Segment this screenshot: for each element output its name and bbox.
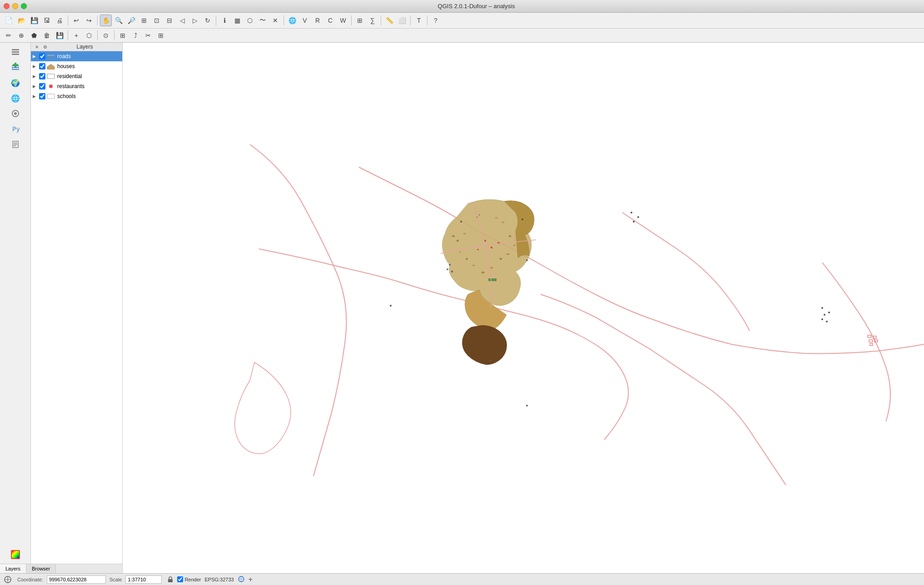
svg-point-62 — [390, 305, 392, 307]
svg-point-18 — [49, 84, 53, 88]
field-calc-button[interactable]: ∑ — [367, 15, 378, 26]
expand-residential[interactable]: ▶ — [33, 74, 39, 79]
layer-name-residential: residential — [57, 73, 82, 79]
svg-rect-19 — [47, 94, 55, 99]
separator-5 — [351, 15, 352, 25]
plugin-icon[interactable] — [7, 106, 24, 121]
select-poly-button[interactable]: ⬡ — [244, 15, 256, 26]
close-button[interactable] — [4, 3, 10, 9]
scale-label: Scale — [109, 577, 122, 582]
window-controls — [4, 3, 27, 9]
expand-roads[interactable]: ▶ — [33, 54, 39, 59]
add-vector-button[interactable]: V — [299, 15, 311, 26]
layer-item-restaurants[interactable]: ▶ restaurants — [31, 81, 122, 91]
svg-rect-67 — [168, 579, 173, 582]
select-rect-button[interactable]: ▦ — [231, 15, 243, 26]
svg-point-52 — [821, 318, 823, 320]
text-annotation-button[interactable]: T — [413, 15, 425, 26]
add-raster-button[interactable]: R — [312, 15, 323, 26]
layer-item-houses[interactable]: ▶ houses — [31, 61, 122, 71]
merge-features-button[interactable]: ⊞ — [155, 30, 167, 41]
minimize-button[interactable] — [12, 3, 18, 9]
globe2-icon[interactable]: 🌐 — [7, 91, 24, 105]
layer-item-residential[interactable]: ▶ residential — [31, 71, 122, 81]
new-project-button[interactable]: 📄 — [3, 15, 15, 26]
delete-selected-button[interactable]: 🗑 — [41, 30, 53, 41]
zoom-selection-button[interactable]: ⊟ — [164, 15, 175, 26]
crs-button[interactable] — [238, 575, 245, 584]
add-wfs-button[interactable]: W — [337, 15, 349, 26]
add-feature-button[interactable]: + — [70, 30, 82, 41]
measure-button[interactable]: 📏 — [383, 15, 395, 26]
tab-browser[interactable]: Browser — [26, 564, 56, 573]
help-button[interactable]: ? — [430, 15, 442, 26]
checkbox-roads[interactable] — [39, 53, 45, 59]
add-wms-button[interactable]: 🌐 — [286, 15, 298, 26]
maximize-button[interactable] — [21, 3, 27, 9]
expand-houses[interactable]: ▶ — [33, 64, 39, 69]
measure-area-button[interactable]: ⬜ — [396, 15, 408, 26]
layer-item-schools[interactable]: ▶ schools — [31, 91, 122, 101]
layers-icon[interactable] — [7, 45, 24, 59]
identify-button[interactable]: ℹ — [219, 15, 230, 26]
separator-e1 — [68, 30, 68, 40]
select-freehand-button[interactable]: 〜 — [257, 15, 268, 26]
add-scale-button[interactable]: + — [248, 575, 253, 584]
toggle-editing-button[interactable]: ✏ — [3, 30, 15, 41]
redo-button[interactable]: ↪ — [83, 15, 95, 26]
checkbox-schools[interactable] — [39, 93, 45, 99]
zoom-next-button[interactable]: ▷ — [189, 15, 201, 26]
checkbox-restaurants[interactable] — [39, 83, 45, 89]
save-as-button[interactable]: 🖫 — [41, 15, 53, 26]
toolbar-area: 📄 📂 💾 🖫 🖨 ↩ ↪ ✋ 🔍 🔎 ⊞ ⊡ ⊟ ◁ ▷ ↻ ℹ ▦ ⬡ 〜 … — [0, 13, 924, 43]
coordinate-input[interactable] — [47, 575, 106, 584]
pan-button[interactable]: ✋ — [100, 15, 112, 26]
print-button[interactable]: 🖨 — [54, 15, 65, 26]
save-layer-edits-button[interactable]: 💾 — [54, 30, 65, 41]
attribute-table-button[interactable]: ⊞ — [354, 15, 366, 26]
checkbox-residential[interactable] — [39, 73, 45, 79]
globe-icon[interactable]: 🌍 — [7, 75, 24, 90]
reshape-features-button[interactable]: ⤴ — [129, 30, 141, 41]
script-icon[interactable] — [7, 137, 24, 152]
checkbox-houses[interactable] — [39, 63, 45, 69]
tab-layers[interactable]: Layers — [0, 564, 26, 573]
snap-button[interactable]: ⊙ — [100, 30, 112, 41]
svg-rect-31 — [482, 272, 484, 273]
separator-7 — [410, 15, 411, 25]
deselect-button[interactable]: ✕ — [269, 15, 281, 26]
zoom-out-button[interactable]: 🔎 — [125, 15, 137, 26]
node-tool-button[interactable]: ⊕ — [15, 30, 27, 41]
window-title: QGIS 2.0.1-Dufour – analysis — [32, 3, 920, 10]
svg-rect-32 — [472, 265, 475, 266]
digitize-button[interactable]: ⬟ — [28, 30, 40, 41]
add-layer-icon[interactable] — [7, 60, 24, 74]
open-project-button[interactable]: 📂 — [15, 15, 27, 26]
svg-rect-36 — [491, 247, 492, 248]
epsg-label: EPSG:32733 — [204, 577, 233, 582]
render-toggle[interactable]: Render — [177, 576, 201, 582]
color-picker-icon[interactable] — [7, 547, 24, 562]
zoom-full-button[interactable]: ⊞ — [138, 15, 150, 26]
save-project-button[interactable]: 💾 — [28, 15, 40, 26]
python-icon[interactable]: Py — [7, 122, 24, 136]
zoom-in-button[interactable]: 🔍 — [113, 15, 124, 26]
panel-close-button[interactable]: ✕ — [34, 44, 40, 50]
scale-input[interactable] — [125, 575, 162, 584]
expand-restaurants[interactable]: ▶ — [33, 84, 39, 89]
panel-options-button[interactable]: ⚙ — [42, 44, 48, 50]
add-polygon-button[interactable]: ⬡ — [83, 30, 95, 41]
expand-schools[interactable]: ▶ — [33, 94, 39, 99]
split-features-button[interactable]: ✂ — [142, 30, 154, 41]
zoom-layer-button[interactable]: ⊡ — [151, 15, 163, 26]
render-checkbox[interactable] — [177, 576, 183, 582]
main-area: 🌍 🌐 Py — [0, 43, 924, 573]
undo-button[interactable]: ↩ — [70, 15, 82, 26]
svg-point-49 — [821, 307, 823, 309]
add-csv-button[interactable]: C — [324, 15, 336, 26]
refresh-button[interactable]: ↻ — [202, 15, 214, 26]
layer-item-roads[interactable]: ▶ roads — [31, 51, 122, 61]
advanced-digitizing-button[interactable]: ⊞ — [117, 30, 129, 41]
map-canvas[interactable] — [123, 43, 924, 573]
zoom-prev-button[interactable]: ◁ — [176, 15, 188, 26]
